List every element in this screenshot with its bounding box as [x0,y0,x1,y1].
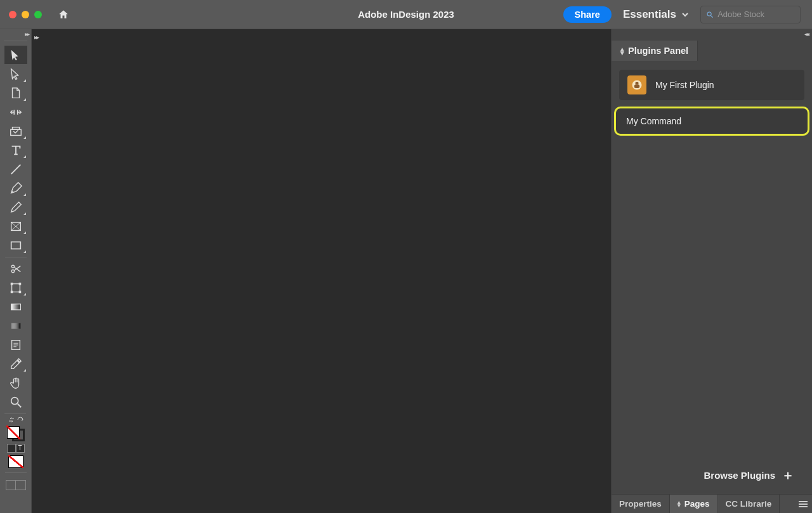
direct-selection-tool[interactable] [4,65,27,83]
svg-rect-17 [10,290,13,293]
workspace-switcher[interactable]: Essentials [623,8,689,21]
fill-stroke-swatch[interactable] [7,426,25,441]
plugin-name: My First Plugin [655,80,714,90]
tab-properties[interactable]: Properties [612,495,670,513]
tab-properties-label: Properties [619,499,662,509]
workspace-label: Essentials [623,8,676,21]
svg-rect-3 [12,127,19,129]
minimize-window-icon[interactable] [22,11,29,18]
plugin-icon [627,75,646,94]
pencil-tool[interactable] [4,198,27,216]
search-icon [706,10,714,19]
content-collector-tool[interactable] [4,122,27,140]
gap-tool[interactable] [4,103,27,121]
rectangle-tool[interactable] [4,236,27,254]
adobe-stock-search[interactable] [700,6,801,23]
tab-pages[interactable]: ▴▾ Pages [670,495,718,513]
home-button[interactable] [57,9,70,20]
right-panel-area: ◂◂ ▴▾ Plugins Panel My First Plugin My C… [611,29,812,513]
tools-panel: ▸▸ T [0,29,32,513]
svg-point-26 [11,397,18,404]
zoom-window-icon[interactable] [34,11,42,18]
flyout-indicator-icon [23,98,26,101]
panel-menu-icon[interactable] [794,495,812,513]
plugins-panel-tab[interactable]: ▴▾ Plugins Panel [612,41,698,61]
rectangle-frame-tool[interactable] [4,217,27,235]
format-container-text-toggle[interactable]: T [7,444,25,453]
svg-rect-19 [11,304,20,309]
plugins-panel-tab-label: Plugins Panel [628,46,688,56]
flyout-indicator-icon [23,212,26,215]
flyout-indicator-icon [23,193,26,196]
plugin-command-highlighted[interactable]: My Command [614,107,809,136]
pen-tool[interactable] [4,179,27,197]
svg-rect-18 [18,290,21,293]
expand-control-icon[interactable]: ▸▸ [34,34,38,41]
gradient-swatch-tool[interactable] [4,297,27,316]
app-title: Adobe InDesign 2023 [358,9,454,20]
default-fill-stroke-icon[interactable] [16,416,24,424]
bottom-panel-tabs: Properties ▴▾ Pages CC Librarie [612,494,812,513]
hand-tool[interactable] [4,373,27,392]
svg-rect-9 [11,242,20,249]
scissors-tool[interactable] [4,259,27,278]
zoom-tool[interactable] [4,393,27,411]
document-canvas[interactable]: ▸▸ [32,29,611,513]
flyout-indicator-icon [23,250,26,253]
svg-rect-15 [10,282,13,285]
titlebar: Adobe InDesign 2023 Share Essentials [0,0,812,29]
plugins-panel-body: My First Plugin My Command Browse Plugin… [612,61,812,513]
svg-line-4 [11,164,20,174]
chevron-down-icon [681,11,689,18]
browse-plugins-label: Browse Plugins [704,470,775,481]
svg-rect-29 [636,82,639,84]
eyedropper-tool[interactable] [4,354,27,373]
flyout-indicator-icon [23,231,26,234]
free-transform-tool[interactable] [4,278,27,297]
collapse-panels-icon[interactable]: ◂◂ [804,30,808,37]
apply-none-swatch[interactable] [8,455,23,468]
tab-cc-libraries[interactable]: CC Librarie [718,495,780,513]
close-window-icon[interactable] [9,11,16,18]
browse-plugins-button[interactable]: Browse Plugins ＋ [619,462,804,488]
gradient-feather-tool[interactable] [4,316,27,335]
share-button[interactable]: Share [563,6,612,23]
line-tool[interactable] [4,160,27,178]
note-tool[interactable] [4,335,27,354]
page-tool[interactable] [4,84,27,102]
type-tool[interactable] [4,141,27,159]
flyout-indicator-icon [23,136,26,139]
flyout-indicator-icon [23,293,26,295]
tab-pages-label: Pages [684,499,710,509]
collapse-panel-icon: ▴▾ [620,46,624,56]
svg-rect-30 [634,84,639,88]
adobe-stock-input[interactable] [717,10,795,19]
expand-tools-icon[interactable]: ▸▸ [25,30,29,37]
svg-point-0 [707,11,711,15]
svg-line-27 [17,403,21,407]
plugin-command-label: My Command [626,116,681,126]
svg-point-5 [11,191,13,192]
swap-fill-stroke-icon[interactable] [8,416,15,424]
plugin-entry[interactable]: My First Plugin [619,70,804,100]
tab-cc-libraries-label: CC Librarie [726,499,772,509]
window-controls [9,11,42,18]
svg-rect-21 [11,323,20,328]
screen-mode-toggle[interactable] [6,480,26,490]
panel-tabs: ▴▾ Plugins Panel [612,41,812,61]
svg-rect-14 [11,283,20,292]
collapse-icon: ▴▾ [678,500,681,508]
plus-icon: ＋ [782,467,794,484]
selection-tool[interactable] [4,46,27,64]
svg-rect-16 [18,282,21,285]
svg-line-1 [711,15,713,17]
flyout-indicator-icon [23,79,26,82]
flyout-indicator-icon [23,369,26,372]
flyout-indicator-icon [23,155,26,158]
